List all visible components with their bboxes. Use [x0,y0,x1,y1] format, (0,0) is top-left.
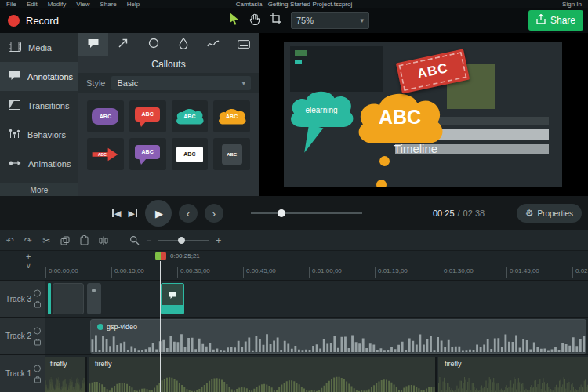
callout-thumb-cloud-teal[interactable]: ABC [172,100,209,132]
clip-label: firefly [445,360,462,368]
track1-lane[interactable]: firefly firefly firefly [45,354,588,392]
sidebar-item-transitions[interactable]: Transitions [0,91,78,120]
out-point-handle[interactable] [161,252,166,260]
callout-thumb-cloud-yellow[interactable]: ABC [213,100,250,132]
step-back-button[interactable]: ◀ [111,209,121,219]
undo-button[interactable]: ↶ [6,236,14,245]
add-track-button[interactable]: + [26,252,31,261]
clip[interactable] [87,283,101,314]
eye-icon[interactable] [34,327,41,334]
audio-clip-firefly[interactable]: firefly [438,357,588,392]
callout-thumb-dark-square[interactable]: ABC [213,138,250,170]
clip-sliver[interactable] [48,283,51,314]
audio-clip-firefly[interactable]: firefly [89,357,437,392]
sidebar-item-animations[interactable]: Animations [0,149,78,178]
split-icon [99,236,108,245]
chevron-down-icon: ▾ [241,79,245,87]
style-dropdown[interactable]: Basic ▾ [111,76,251,90]
menu-share[interactable]: Share [100,1,116,8]
clip[interactable] [53,283,84,314]
sidebar-item-label: Transitions [27,101,69,111]
lock-icon[interactable] [34,377,41,383]
elearning-cloud-callout[interactable]: elearning [285,85,358,134]
menu-view[interactable]: View [76,1,89,8]
share-button[interactable]: Share [528,10,583,31]
timeline-caption-text[interactable]: Timeline [394,142,437,155]
clip-label: firefly [95,360,112,368]
tab-callouts[interactable] [78,33,108,56]
lock-icon[interactable] [34,303,41,308]
eye-icon[interactable] [34,290,41,297]
sidebar-item-annotations[interactable]: Annotations [0,62,78,91]
playhead-line[interactable] [160,261,161,392]
sidebar-item-behaviors[interactable]: Behaviors [0,120,78,149]
tab-arrows[interactable] [108,33,138,56]
zoom-in-button[interactable]: + [216,236,221,245]
menu-file[interactable]: File [6,1,16,8]
squiggle-icon [207,38,220,52]
record-button[interactable]: Record [8,8,59,33]
playback-scrubber[interactable] [251,212,362,214]
copy-button[interactable] [60,236,70,245]
callout-clip-selected[interactable] [161,283,184,314]
ruler-label: 0:00:00;00 [45,267,78,278]
playhead-handle[interactable] [155,252,166,260]
scrubber-knob[interactable] [278,209,285,217]
properties-button[interactable]: ⚙ Properties [517,204,582,223]
audio-clip-firefly[interactable]: firefly [45,357,87,392]
collapse-tracks-button[interactable]: ∨ [26,262,31,270]
tab-sketch[interactable] [198,33,228,56]
sidebar-more-button[interactable]: More [0,183,78,196]
callout-thumb-speech-red[interactable]: ABC [129,100,166,132]
step-forward-button[interactable]: ▶ [128,209,137,219]
cursor-tool-icon[interactable] [229,13,240,28]
play-button[interactable]: ▶ [145,200,172,227]
tab-keystrokes[interactable] [229,33,259,56]
callout-thumb-arrow[interactable]: ABC [87,138,124,170]
properties-label: Properties [537,209,573,218]
split-button[interactable] [99,236,108,245]
zoom-slider-knob[interactable] [178,237,185,244]
callout-thumb-speech-purple[interactable]: ABC [129,138,166,170]
zoom-level-dropdown[interactable]: 75% ▾ [291,12,369,29]
callout-thumb-white-rect[interactable]: ABC [172,138,209,170]
next-clip-button[interactable]: › [205,204,223,223]
sidebar-item-label: Annotations [27,72,73,82]
crop-tool-icon[interactable] [270,13,281,27]
lock-icon[interactable] [34,339,41,345]
paste-button[interactable] [80,235,89,245]
timeline-ruler[interactable]: 0:00:00;00 0:00:15;00 0:00:30;00 0:00:45… [45,263,588,281]
track3-lane[interactable] [45,280,588,317]
pan-hand-icon[interactable] [249,13,261,28]
in-point-handle[interactable] [155,252,161,260]
video-clip-gsp[interactable]: gsp-video [90,319,586,354]
timeline-zoom-slider[interactable] [158,240,209,241]
cut-button[interactable]: ✂ [42,236,50,245]
screenshot-teal-block [295,60,302,64]
eye-icon[interactable] [34,365,41,372]
sidebar-item-media[interactable]: Media [0,33,78,62]
redo-button[interactable]: ↷ [24,236,32,245]
callout-thumb-rounded[interactable]: ABC [87,100,124,132]
step-forward-icon: ▶ [128,209,134,219]
media-icon [9,42,21,53]
menu-edit[interactable]: Edit [27,1,38,8]
ruler-label: 0:00:15;00 [111,267,144,278]
video-canvas[interactable]: elearning ABC ABC Timeline [284,42,562,187]
menu-modify[interactable]: Modify [48,1,67,8]
track2-lane[interactable]: gsp-video [45,317,588,354]
style-row: Style Basic ▾ [78,73,259,93]
chevron-down-icon: ▾ [360,16,364,24]
callout-gallery: ABC ABC ABC ABC ABC [78,93,259,178]
frame-bar-icon [136,209,137,217]
previous-clip-button[interactable]: ‹ [179,204,198,223]
sign-in-link[interactable]: Sign In [562,1,582,8]
ruler-label: 0:01:00;00 [309,267,342,278]
yellow-dot-callout[interactable] [376,180,387,187]
zoom-out-button[interactable]: − [146,236,151,245]
tab-blur[interactable] [169,33,198,56]
tab-shapes[interactable] [139,33,169,56]
thumb-text: ABC [81,152,124,157]
menu-help[interactable]: Help [127,1,140,8]
yellow-dot-callout[interactable] [379,156,390,166]
